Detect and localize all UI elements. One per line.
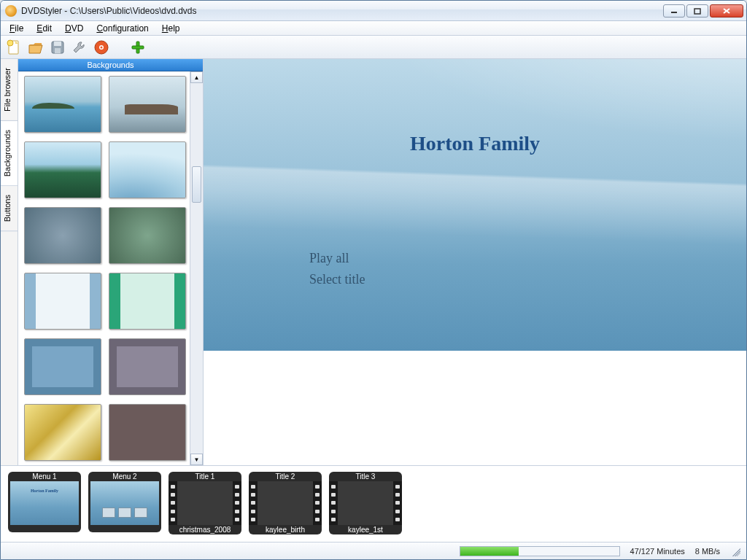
storyboard-menu-2[interactable]: Menu 2 — [88, 472, 161, 532]
disc-usage-progress — [460, 546, 620, 556]
svg-point-6 — [7, 40, 13, 46]
storyboard-item-label: Title 1 — [169, 472, 241, 481]
minimize-icon — [670, 7, 678, 15]
menu-button-play-all[interactable]: Play all — [309, 251, 349, 266]
background-thumbnail[interactable] — [24, 76, 101, 133]
scroll-thumb[interactable] — [192, 166, 201, 203]
disc-usage-fill — [460, 547, 519, 556]
storyboard-thumbnail — [8, 481, 81, 525]
window-title: DVDStyler - C:\Users\Public\Videos\dvd.d… — [21, 6, 197, 16]
storyboard-thumbnail — [88, 481, 161, 525]
background-thumbnail[interactable] — [24, 207, 101, 264]
background-thumbnail[interactable] — [109, 273, 186, 330]
menu-title-text[interactable]: Horton Family — [204, 132, 746, 155]
film-sprocket-icon — [329, 481, 338, 525]
burn-disc-button[interactable] — [93, 39, 110, 56]
add-button[interactable] — [129, 39, 147, 56]
menu-file[interactable]: File — [4, 22, 29, 35]
side-tab-strip: File browser Backgrounds Buttons — [1, 59, 18, 465]
background-thumbnail[interactable] — [109, 338, 186, 395]
save-icon — [50, 39, 66, 55]
storyboard-item-label: Menu 2 — [88, 472, 161, 481]
tab-backgrounds[interactable]: Backgrounds — [1, 121, 18, 186]
settings-button[interactable] — [71, 39, 88, 56]
backgrounds-scrollbar[interactable]: ▲ ▼ — [190, 71, 203, 465]
folder-open-icon — [28, 39, 44, 55]
svg-rect-9 — [55, 48, 61, 53]
maximize-button[interactable] — [686, 4, 708, 18]
storyboard-thumbnail — [249, 481, 322, 525]
scroll-down-button[interactable]: ▼ — [190, 454, 203, 465]
menu-help[interactable]: Help — [156, 22, 186, 35]
plus-icon — [130, 39, 146, 55]
new-project-button[interactable] — [5, 39, 23, 56]
background-thumbnail[interactable] — [109, 404, 186, 461]
status-bitrate: 8 MB/s — [695, 547, 720, 556]
close-button[interactable] — [710, 4, 743, 18]
film-sprocket-icon — [313, 481, 322, 525]
backgrounds-panel: Backgrounds ▲ — [18, 59, 204, 465]
storyboard-item-footer — [88, 525, 161, 532]
close-icon — [722, 7, 731, 15]
storyboard-item-label: Title 2 — [249, 472, 322, 481]
menu-editor-canvas[interactable]: Horton Family Play all Select title — [204, 59, 746, 465]
svg-rect-8 — [54, 42, 61, 46]
storyboard-menu-1[interactable]: Menu 1 — [8, 472, 81, 532]
film-sprocket-icon — [169, 481, 177, 525]
titlebar[interactable]: DVDStyler - C:\Users\Public\Videos\dvd.d… — [1, 1, 746, 21]
storyboard-title-2[interactable]: Title 2 kaylee_birth — [249, 472, 322, 534]
minimize-button[interactable] — [663, 4, 685, 18]
film-sprocket-icon — [233, 481, 241, 525]
scroll-up-button[interactable]: ▲ — [190, 71, 203, 83]
background-thumbnail[interactable] — [24, 338, 101, 395]
disc-icon — [93, 39, 109, 55]
menu-preview-background: Horton Family Play all Select title — [204, 59, 746, 351]
background-thumbnail[interactable] — [109, 76, 186, 133]
status-minutes: 47/127 Minutes — [630, 547, 685, 556]
new-file-icon — [6, 39, 22, 55]
svg-rect-1 — [694, 9, 700, 14]
film-sprocket-icon — [393, 481, 402, 525]
storyboard-title-1[interactable]: Title 1 christmas_2008 — [169, 472, 241, 534]
storyboard-title-3[interactable]: Title 3 kaylee_1st — [329, 472, 402, 534]
background-thumbnail[interactable] — [24, 141, 101, 198]
svg-point-12 — [101, 46, 103, 48]
background-thumbnail-grid — [18, 71, 190, 465]
storyboard: Menu 1 Menu 2 Title 1 christmas_2008 Tit… — [1, 465, 746, 542]
storyboard-thumbnail — [169, 481, 241, 525]
storyboard-item-filename: kaylee_1st — [329, 525, 402, 534]
tab-buttons[interactable]: Buttons — [1, 186, 18, 231]
storyboard-item-label: Menu 1 — [8, 472, 81, 481]
background-thumbnail[interactable] — [24, 273, 101, 330]
menu-dvd[interactable]: DVD — [59, 22, 89, 35]
menubar: File Edit DVD Configuration Help — [1, 21, 746, 36]
svg-rect-14 — [132, 46, 144, 49]
maximize-icon — [694, 7, 701, 15]
open-project-button[interactable] — [27, 39, 44, 56]
backgrounds-panel-header: Backgrounds — [18, 59, 203, 71]
save-project-button[interactable] — [49, 39, 66, 56]
main-area: File browser Backgrounds Buttons Backgro… — [1, 59, 746, 465]
background-thumbnail[interactable] — [109, 207, 186, 264]
background-thumbnail[interactable] — [24, 404, 101, 461]
wrench-icon — [71, 39, 88, 55]
app-window: DVDStyler - C:\Users\Public\Videos\dvd.d… — [0, 0, 747, 560]
tab-file-browser[interactable]: File browser — [1, 59, 18, 121]
storyboard-item-footer — [8, 525, 81, 532]
resize-grip-icon[interactable] — [730, 546, 740, 556]
background-thumbnail[interactable] — [109, 141, 186, 198]
menu-edit[interactable]: Edit — [31, 22, 58, 35]
storyboard-item-filename: christmas_2008 — [169, 525, 241, 534]
toolbar — [1, 36, 746, 59]
menu-button-select-title[interactable]: Select title — [309, 272, 365, 287]
storyboard-item-filename: kaylee_birth — [249, 525, 322, 534]
menu-configuration[interactable]: Configuration — [90, 22, 154, 35]
storyboard-item-label: Title 3 — [329, 472, 402, 481]
storyboard-thumbnail — [329, 481, 402, 525]
app-icon — [5, 5, 17, 17]
film-sprocket-icon — [249, 481, 258, 525]
statusbar: 47/127 Minutes 8 MB/s — [1, 542, 746, 559]
